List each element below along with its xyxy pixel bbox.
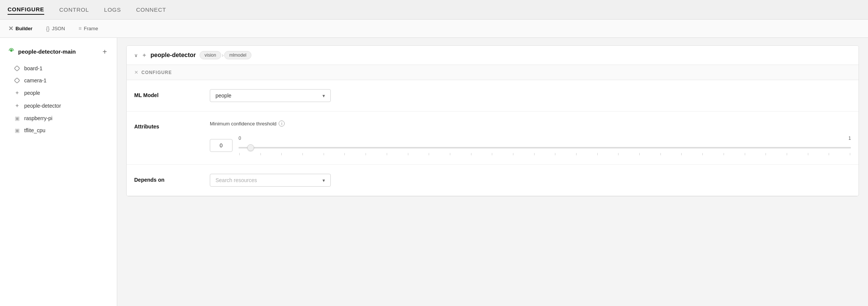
configure-collapse-icon[interactable]: ✕ (134, 70, 138, 75)
nav-configure[interactable]: CONFIGURE (8, 5, 44, 15)
sidebar-title: people-detector-main (8, 47, 76, 56)
diamond-icon-2 (14, 78, 20, 83)
svg-rect-1 (14, 66, 20, 71)
slider-track[interactable] (239, 147, 851, 148)
tag-vision[interactable]: vision (200, 51, 221, 59)
diamond-icon (14, 66, 20, 71)
main-content: ∨ ✦ people-detector vision › mlmodel ✕ (117, 38, 868, 306)
confidence-value-input[interactable]: 0 (210, 139, 232, 152)
component-card-header: ∨ ✦ people-detector vision › mlmodel (127, 46, 859, 65)
sidebar-item-people-detector[interactable]: ✦ people-detector (0, 99, 117, 112)
depends-chevron-icon: ▾ (322, 178, 325, 183)
sidebar-item-people[interactable]: ✦ people (0, 87, 117, 99)
machine-icon (8, 47, 15, 56)
builder-icon: ✕ (8, 25, 13, 32)
star-icon-2: ✦ (14, 102, 20, 109)
slider-row: 0 0 1 (210, 136, 851, 155)
attribute-info-row: Minimum confidence threshold i (210, 121, 851, 127)
main-layout: people-detector-main + board-1 camera-1 … (0, 38, 868, 306)
depends-on-field: Depends on Search resources ▾ (127, 165, 859, 196)
nav-logs[interactable]: LOGS (104, 5, 121, 14)
board-icon-2: ▣ (14, 127, 20, 133)
collapse-chevron[interactable]: ∨ (134, 53, 138, 58)
star-icon: ✦ (14, 90, 20, 96)
ml-model-select[interactable]: people ▾ (210, 89, 331, 102)
sidebar-header: people-detector-main + (0, 44, 117, 59)
top-navigation: CONFIGURE CONTROL LOGS CONNECT (0, 0, 868, 20)
board-icon: ▣ (14, 115, 20, 121)
sidebar-add-button[interactable]: + (100, 47, 109, 56)
sub-navigation: ✕ Builder {} JSON ⌗ Frame (0, 20, 868, 38)
tag-mlmodel[interactable]: mlmodel (224, 51, 251, 59)
slider-container: 0 1 (239, 136, 851, 155)
configure-section-header: ✕ CONFIGURE (127, 65, 859, 80)
nav-connect[interactable]: CONNECT (136, 5, 166, 14)
slider-thumb[interactable] (247, 144, 254, 151)
tab-frame[interactable]: ⌗ Frame (76, 24, 101, 33)
ml-model-control: people ▾ (210, 89, 851, 102)
nav-control[interactable]: CONTROL (59, 5, 89, 14)
slider-ticks (239, 153, 851, 155)
frame-icon: ⌗ (79, 25, 82, 32)
svg-rect-2 (14, 78, 20, 83)
slider-labels: 0 1 (239, 136, 851, 141)
tab-json[interactable]: {} JSON (44, 24, 67, 33)
sidebar-item-tflite-cpu[interactable]: ▣ tflite_cpu (0, 124, 117, 136)
attributes-control: Minimum confidence threshold i 0 (210, 121, 851, 155)
depends-on-control: Search resources ▾ (210, 174, 851, 187)
component-card: ∨ ✦ people-detector vision › mlmodel ✕ (126, 45, 859, 196)
sidebar-item-board-1[interactable]: board-1 (0, 62, 117, 74)
tab-builder[interactable]: ✕ Builder (6, 23, 35, 34)
search-resources-select[interactable]: Search resources ▾ (210, 174, 331, 187)
component-star-icon: ✦ (142, 52, 147, 59)
sidebar-item-raspberry-pi[interactable]: ▣ raspberry-pi (0, 112, 117, 124)
tag-group: vision › mlmodel (200, 51, 251, 59)
configure-section: ✕ CONFIGURE ML Model people ▾ Attribut (127, 65, 859, 196)
info-icon[interactable]: i (279, 121, 285, 127)
sidebar: people-detector-main + board-1 camera-1 … (0, 38, 117, 306)
json-icon: {} (46, 26, 50, 32)
sidebar-item-camera-1[interactable]: camera-1 (0, 74, 117, 87)
select-chevron-icon: ▾ (322, 93, 325, 99)
ml-model-field: ML Model people ▾ (127, 80, 859, 111)
attributes-field: Attributes Minimum confidence threshold … (127, 111, 859, 165)
